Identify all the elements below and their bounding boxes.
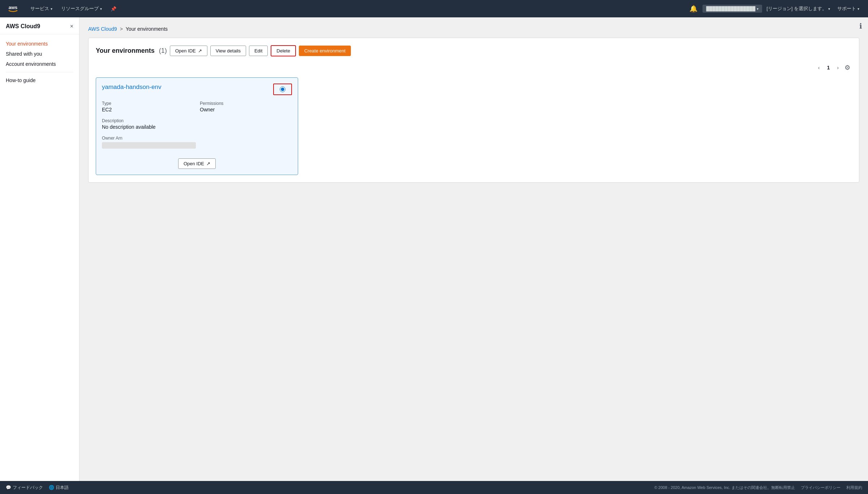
top-navigation: aws サービス ▾ リソースグループ ▾ 📌 🔔 ██████████████… xyxy=(0,0,868,17)
terms-link[interactable]: 利用規約 xyxy=(846,485,862,490)
env-description-label: Description xyxy=(102,118,292,123)
pagination-current-page: 1 xyxy=(824,63,833,72)
env-description-value: No description available xyxy=(102,124,292,130)
copyright-text: © 2008 - 2020, Amazon Web Services, Inc.… xyxy=(654,485,795,490)
delete-button[interactable]: Delete xyxy=(271,45,296,56)
env-permissions-value: Owner xyxy=(200,107,292,112)
env-owner-arn-label: Owner Arn xyxy=(102,136,292,141)
pagination-next-button[interactable]: › xyxy=(834,63,842,72)
pagination: ‹ 1 › ⚙ xyxy=(96,62,852,73)
resource-groups-caret-icon: ▾ xyxy=(100,7,102,11)
env-permissions-label: Permissions xyxy=(200,101,292,106)
sidebar-divider xyxy=(6,72,73,72)
env-type-value: EC2 xyxy=(102,107,194,112)
open-ide-external-icon: ↗ xyxy=(198,48,202,54)
pin-icon: 📌 xyxy=(111,6,116,12)
env-select-radio[interactable] xyxy=(280,86,285,92)
region-caret-icon: ▾ xyxy=(828,7,830,11)
sidebar-item-shared-with-you[interactable]: Shared with you xyxy=(0,49,79,59)
feedback-link[interactable]: 💬 フィードバック xyxy=(6,485,43,491)
breadcrumb-current: Your environments xyxy=(126,26,168,32)
env-type-label: Type xyxy=(102,101,194,106)
breadcrumb-root-link[interactable]: AWS Cloud9 xyxy=(88,26,117,32)
environments-toolbar: Your environments (1) Open IDE ↗ View de… xyxy=(96,45,852,56)
sidebar-item-your-environments[interactable]: Your environments xyxy=(0,39,79,49)
support-caret-icon: ▾ xyxy=(858,7,859,11)
pagination-settings-icon[interactable]: ⚙ xyxy=(843,62,852,73)
env-permissions-group: Permissions Owner xyxy=(200,101,292,112)
env-description-section: Description No description available xyxy=(102,118,292,130)
aws-logo[interactable]: aws xyxy=(6,3,20,14)
env-owner-arn-value xyxy=(102,142,196,149)
bottom-bar: 💬 フィードバック 🌐 日本語 © 2008 - 2020, Amazon We… xyxy=(0,481,868,494)
feedback-icon: 💬 xyxy=(6,485,11,490)
env-card-footer: Open IDE ↗ xyxy=(102,158,292,169)
sidebar-title: AWS Cloud9 xyxy=(6,23,40,30)
env-open-ide-button[interactable]: Open IDE ↗ xyxy=(178,158,216,169)
main-content: AWS Cloud9 > Your environments Your envi… xyxy=(80,17,868,494)
env-type-group: Type EC2 xyxy=(102,101,194,112)
breadcrumb: AWS Cloud9 > Your environments xyxy=(88,26,859,32)
sidebar-item-account-environments[interactable]: Account environments xyxy=(0,59,79,69)
nav-resource-groups[interactable]: リソースグループ ▾ xyxy=(57,0,106,17)
breadcrumb-separator: > xyxy=(120,26,123,32)
create-environment-button[interactable]: Create environment xyxy=(299,46,351,56)
aws-smile-icon xyxy=(8,10,18,13)
open-ide-button[interactable]: Open IDE ↗ xyxy=(170,46,207,56)
sidebar: AWS Cloud9 × Your environments Shared wi… xyxy=(0,17,80,494)
environments-panel: Your environments (1) Open IDE ↗ View de… xyxy=(88,38,859,183)
account-caret-icon: ▾ xyxy=(757,7,759,11)
privacy-policy-link[interactable]: プライバシーポリシー xyxy=(801,485,841,490)
sidebar-nav: Your environments Shared with you Accoun… xyxy=(0,34,79,494)
nav-right-section: 🔔 ████████████████ ▾ [リージョン] を選択します。 ▾ サ… xyxy=(686,5,862,13)
language-selector[interactable]: 🌐 日本語 xyxy=(49,485,69,491)
view-details-button[interactable]: View details xyxy=(210,46,246,56)
nav-services[interactable]: サービス ▾ xyxy=(26,0,57,17)
env-open-ide-external-icon: ↗ xyxy=(206,161,210,166)
sidebar-header: AWS Cloud9 × xyxy=(0,17,79,34)
sidebar-item-how-to-guide[interactable]: How-to guide xyxy=(0,75,79,85)
env-radio-highlight xyxy=(273,84,292,95)
env-card-header: yamada-handson-env xyxy=(102,84,292,95)
env-owner-section: Owner Arn xyxy=(102,136,292,150)
pagination-prev-button[interactable]: ‹ xyxy=(815,63,823,72)
bell-icon[interactable]: 🔔 xyxy=(686,5,701,13)
region-selector[interactable]: [リージョン] を選択します。 ▾ xyxy=(764,5,833,12)
aws-logo-text: aws xyxy=(9,5,18,10)
page-layout: AWS Cloud9 × Your environments Shared wi… xyxy=(0,17,868,494)
panel-title: Your environments xyxy=(96,47,155,55)
environment-name-link[interactable]: yamada-handson-env xyxy=(102,84,161,91)
edit-button[interactable]: Edit xyxy=(249,46,268,56)
environment-card: yamada-handson-env Type EC2 Permissions … xyxy=(96,77,298,175)
info-icon[interactable]: ℹ xyxy=(859,22,862,30)
services-caret-icon: ▾ xyxy=(51,7,52,11)
account-selector[interactable]: ████████████████ ▾ xyxy=(702,5,762,13)
sidebar-close-button[interactable]: × xyxy=(70,23,73,30)
language-icon: 🌐 xyxy=(49,485,54,490)
support-menu[interactable]: サポート ▾ xyxy=(834,5,862,12)
env-details-grid: Type EC2 Permissions Owner xyxy=(102,101,292,112)
nav-pin[interactable]: 📌 xyxy=(106,0,121,17)
panel-count: (1) xyxy=(159,47,167,55)
